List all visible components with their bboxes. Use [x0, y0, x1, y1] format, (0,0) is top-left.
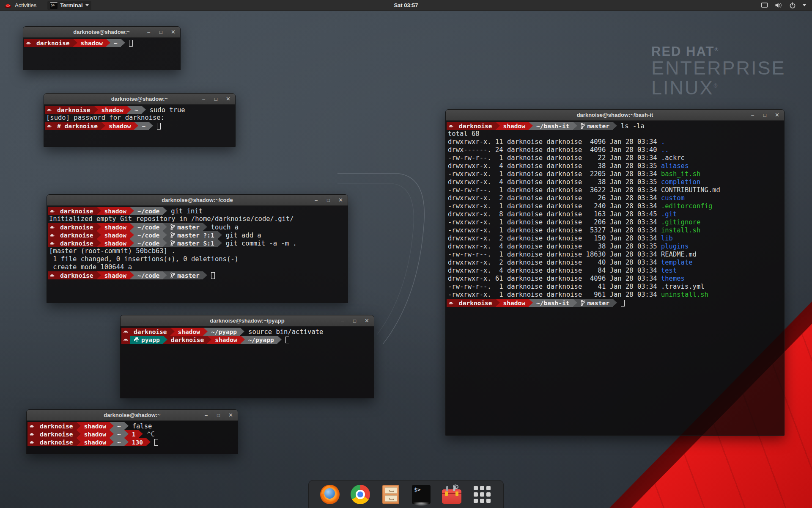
- terminal-cursor: [154, 439, 158, 446]
- powerline-arrow: [110, 430, 114, 438]
- minimize-button[interactable]: –: [313, 198, 319, 203]
- maximize-button[interactable]: □: [213, 97, 219, 102]
- file-row: drwxrwxr-x. 4 darknoise darknoise 38 Jan…: [447, 243, 784, 251]
- prompt-segment-host: shadow: [500, 299, 529, 307]
- grid-dot: [480, 486, 484, 490]
- command-text: sudo true: [150, 106, 185, 114]
- powerline-arrow: [163, 336, 167, 344]
- file-name: ..: [661, 146, 669, 154]
- maximize-button[interactable]: □: [326, 198, 331, 203]
- dock-item-firefox[interactable]: [320, 484, 340, 505]
- redhat-icon: [447, 299, 455, 307]
- powerline-arrow: [529, 122, 533, 130]
- powerline-arrow: [97, 231, 101, 239]
- close-button[interactable]: ✕: [774, 113, 780, 118]
- drawer-bottom: [385, 495, 397, 502]
- titlebar[interactable]: darknoise@shadow:~–□✕: [27, 410, 238, 421]
- file-row: drwxrwxr-x. 4 darknoise darknoise 38 Jan…: [447, 162, 784, 170]
- redhat-icon: [48, 223, 57, 231]
- powerline-arrow: [207, 336, 211, 344]
- clock[interactable]: Sat 03:57: [394, 2, 418, 8]
- minimize-button[interactable]: –: [201, 97, 206, 102]
- prompt-segment-exit: 130: [129, 438, 146, 446]
- volume-icon[interactable]: [775, 2, 782, 8]
- terminal-body[interactable]: darknoiseshadow~: [23, 38, 180, 70]
- prompt-line: darknoiseshadow~sudo true: [45, 106, 235, 114]
- close-button[interactable]: ✕: [338, 198, 343, 203]
- command-text: ^C: [147, 431, 155, 438]
- prompt-segment-path: ~/code: [134, 207, 163, 215]
- powerline-arrow: [110, 422, 114, 430]
- minimize-button[interactable]: –: [203, 413, 209, 418]
- file-row: -rwxrwxr-x. 1 darknoise darknoise 240 Ja…: [447, 202, 784, 210]
- prompt-segment-user: darknoise: [57, 239, 97, 247]
- titlebar[interactable]: darknoise@shadow:~/pyapp–□✕: [121, 315, 374, 326]
- titlebar[interactable]: darknoise@shadow:~–□✕: [23, 27, 180, 38]
- wrench: [453, 486, 456, 491]
- titlebar[interactable]: darknoise@shadow:~/code–□✕: [47, 195, 348, 206]
- dock-item-toolbox[interactable]: [442, 484, 462, 505]
- titlebar[interactable]: darknoise@shadow:~/bash-it–□✕: [446, 110, 784, 121]
- prompt-segment-host: shadow: [98, 106, 127, 114]
- dock-item-terminal[interactable]: $>: [411, 484, 431, 505]
- prompt-segment-git: master S:1: [167, 239, 217, 247]
- focused-app-menu[interactable]: $> Terminal: [47, 1, 91, 10]
- chevron-down-icon[interactable]: [803, 4, 806, 6]
- maximize-button[interactable]: □: [216, 413, 221, 418]
- powerline-arrow: [130, 231, 134, 239]
- prompt-segment-exit: 1: [129, 430, 139, 438]
- maximize-button[interactable]: □: [352, 318, 357, 323]
- branch-icon: [170, 272, 175, 279]
- powerline-arrow: [97, 223, 101, 231]
- minimize-button[interactable]: –: [340, 318, 345, 323]
- close-button[interactable]: ✕: [364, 318, 370, 323]
- dock-item-chrome[interactable]: [350, 484, 370, 505]
- prompt-segment-git: master ?:1: [167, 231, 217, 239]
- terminal-body[interactable]: darknoiseshadow~sudo true[sudo] password…: [44, 105, 235, 146]
- terminal-body[interactable]: darknoiseshadow~/pyappsource bin/activat…: [121, 326, 374, 398]
- minimize-button[interactable]: –: [750, 113, 755, 118]
- file-name: bash_it.sh: [661, 170, 700, 178]
- titlebar[interactable]: darknoise@shadow:~–□✕: [44, 94, 235, 105]
- terminal-window[interactable]: darknoise@shadow:~/code–□✕darknoiseshado…: [47, 194, 348, 303]
- system-status-area[interactable]: [761, 2, 812, 9]
- prompt-segment-user: darknoise: [57, 271, 97, 279]
- redhat-icon: [48, 207, 57, 215]
- terminal-window[interactable]: darknoise@shadow:~–□✕darknoiseshadow~sud…: [44, 93, 236, 147]
- prompt-line: darknoiseshadow~false: [27, 422, 238, 430]
- terminal-window[interactable]: darknoise@shadow:~/pyapp–□✕darknoiseshad…: [120, 315, 374, 398]
- terminal-body[interactable]: darknoiseshadow~/codegit initInitialized…: [47, 206, 348, 303]
- registered-mark: ®: [714, 47, 719, 52]
- file-name: CONTRIBUTING.md: [661, 186, 720, 194]
- terminal-body[interactable]: darknoiseshadow~falsedarknoiseshadow~1^C…: [27, 421, 238, 454]
- dock-item-files[interactable]: [381, 484, 401, 505]
- terminal-window[interactable]: darknoise@shadow:~–□✕darknoiseshadow~: [23, 26, 181, 70]
- powerline-arrow: [97, 207, 101, 215]
- prompt-segment-user: darknoise: [36, 430, 77, 438]
- chevron-down-icon: [85, 4, 89, 6]
- maximize-button[interactable]: □: [762, 113, 768, 118]
- dock-item-show-applications[interactable]: [472, 484, 492, 505]
- terminal-body[interactable]: darknoiseshadow~/bash-itmasterls -latota…: [446, 121, 784, 435]
- command-text: git add a: [226, 232, 261, 239]
- close-button[interactable]: ✕: [170, 30, 176, 35]
- branch-icon: [170, 232, 175, 238]
- prompt-line: darknoiseshadow~: [24, 39, 180, 47]
- terminal-window[interactable]: darknoise@shadow:~–□✕darknoiseshadow~fal…: [26, 409, 238, 454]
- file-row: -rwxrwxr-x. 1 darknoise darknoise 206 Ja…: [447, 218, 784, 226]
- file-name: .ackrc: [661, 154, 685, 162]
- minimize-button[interactable]: –: [146, 30, 151, 35]
- prompt-segment-user: darknoise: [54, 106, 94, 114]
- maximize-button[interactable]: □: [158, 30, 164, 35]
- file-name: lib: [661, 235, 673, 242]
- activities-button[interactable]: Activities: [0, 2, 36, 8]
- powerline-arrow: [101, 122, 105, 130]
- terminal-window[interactable]: darknoise@shadow:~/bash-it–□✕darknoisesh…: [445, 109, 785, 436]
- display-icon[interactable]: [761, 2, 768, 8]
- terminal-cursor: [157, 123, 161, 130]
- close-button[interactable]: ✕: [228, 413, 233, 418]
- powerline-arrow: [139, 430, 143, 438]
- close-button[interactable]: ✕: [225, 97, 231, 102]
- prompt-line: # darknoiseshadow~: [45, 122, 235, 130]
- power-icon[interactable]: [789, 2, 796, 9]
